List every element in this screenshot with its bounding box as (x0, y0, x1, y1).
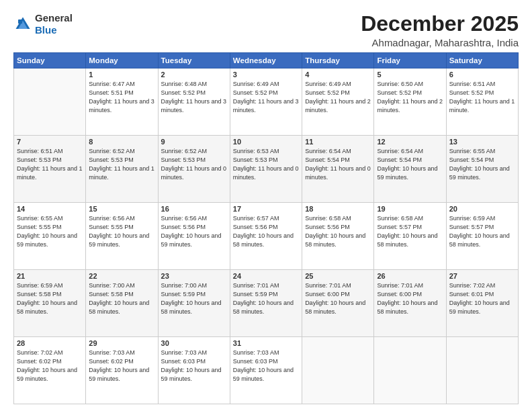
day-detail: Sunrise: 7:03 AM Sunset: 6:03 PM Dayligh… (233, 349, 299, 383)
day-detail: Sunrise: 7:01 AM Sunset: 6:00 PM Dayligh… (305, 281, 371, 316)
table-row: 14Sunrise: 6:55 AM Sunset: 5:55 PM Dayli… (14, 203, 86, 270)
day-detail: Sunrise: 6:55 AM Sunset: 5:54 PM Dayligh… (449, 147, 515, 182)
day-number: 6 (449, 71, 515, 79)
calendar-week-row: 28Sunrise: 7:02 AM Sunset: 6:02 PM Dayli… (14, 337, 519, 404)
day-detail: Sunrise: 6:51 AM Sunset: 5:53 PM Dayligh… (17, 147, 83, 182)
day-detail: Sunrise: 6:50 AM Sunset: 5:52 PM Dayligh… (377, 80, 443, 115)
table-row: 22Sunrise: 7:00 AM Sunset: 5:58 PM Dayli… (86, 270, 158, 337)
day-number: 9 (161, 138, 227, 146)
calendar-table: Sunday Monday Tuesday Wednesday Thursday… (13, 52, 519, 404)
logo-icon (13, 15, 32, 34)
day-detail: Sunrise: 6:59 AM Sunset: 5:57 PM Dayligh… (449, 214, 515, 249)
day-detail: Sunrise: 6:58 AM Sunset: 5:57 PM Dayligh… (377, 214, 443, 249)
table-row: 7Sunrise: 6:51 AM Sunset: 5:53 PM Daylig… (14, 136, 86, 203)
day-detail: Sunrise: 7:02 AM Sunset: 6:01 PM Dayligh… (449, 281, 515, 316)
day-detail: Sunrise: 7:03 AM Sunset: 6:03 PM Dayligh… (161, 349, 227, 383)
table-row (302, 337, 374, 404)
day-detail: Sunrise: 6:54 AM Sunset: 5:54 PM Dayligh… (377, 147, 443, 182)
table-row: 9Sunrise: 6:52 AM Sunset: 5:53 PM Daylig… (158, 136, 230, 203)
table-row: 23Sunrise: 7:00 AM Sunset: 5:59 PM Dayli… (158, 270, 230, 337)
col-wednesday: Wednesday (230, 53, 302, 68)
table-row: 10Sunrise: 6:53 AM Sunset: 5:53 PM Dayli… (230, 136, 302, 203)
day-detail: Sunrise: 6:56 AM Sunset: 5:55 PM Dayligh… (89, 214, 154, 249)
day-number: 10 (233, 138, 299, 146)
calendar-week-row: 1Sunrise: 6:47 AM Sunset: 5:51 PM Daylig… (14, 68, 519, 136)
table-row: 4Sunrise: 6:49 AM Sunset: 5:52 PM Daylig… (302, 68, 374, 136)
day-number: 4 (305, 71, 371, 79)
table-row: 6Sunrise: 6:51 AM Sunset: 5:52 PM Daylig… (446, 68, 518, 136)
table-row: 30Sunrise: 7:03 AM Sunset: 6:03 PM Dayli… (158, 337, 230, 404)
table-row: 13Sunrise: 6:55 AM Sunset: 5:54 PM Dayli… (446, 136, 518, 203)
table-row: 21Sunrise: 6:59 AM Sunset: 5:58 PM Dayli… (14, 270, 86, 337)
table-row (14, 68, 86, 136)
day-detail: Sunrise: 6:53 AM Sunset: 5:53 PM Dayligh… (233, 147, 299, 182)
day-number: 31 (233, 339, 299, 347)
day-detail: Sunrise: 6:57 AM Sunset: 5:56 PM Dayligh… (233, 214, 299, 249)
day-number: 13 (449, 138, 515, 146)
logo-blue: Blue (35, 24, 57, 36)
table-row: 31Sunrise: 7:03 AM Sunset: 6:03 PM Dayli… (230, 337, 302, 404)
day-number: 25 (305, 272, 371, 280)
table-row: 8Sunrise: 6:52 AM Sunset: 5:53 PM Daylig… (86, 136, 158, 203)
day-detail: Sunrise: 6:55 AM Sunset: 5:55 PM Dayligh… (17, 214, 83, 249)
table-row: 17Sunrise: 6:57 AM Sunset: 5:56 PM Dayli… (230, 203, 302, 270)
table-row: 27Sunrise: 7:02 AM Sunset: 6:01 PM Dayli… (446, 270, 518, 337)
day-detail: Sunrise: 7:02 AM Sunset: 6:02 PM Dayligh… (17, 349, 83, 383)
day-detail: Sunrise: 6:51 AM Sunset: 5:52 PM Dayligh… (449, 80, 515, 115)
day-number: 14 (17, 205, 83, 213)
table-row: 29Sunrise: 7:03 AM Sunset: 6:02 PM Dayli… (86, 337, 158, 404)
day-number: 16 (161, 205, 227, 213)
day-number: 15 (89, 205, 154, 213)
table-row: 12Sunrise: 6:54 AM Sunset: 5:54 PM Dayli… (374, 136, 446, 203)
table-row: 25Sunrise: 7:01 AM Sunset: 6:00 PM Dayli… (302, 270, 374, 337)
day-number: 21 (17, 272, 83, 280)
day-detail: Sunrise: 7:01 AM Sunset: 5:59 PM Dayligh… (233, 281, 299, 316)
day-number: 24 (233, 272, 299, 280)
day-detail: Sunrise: 7:00 AM Sunset: 5:58 PM Dayligh… (89, 281, 154, 316)
day-number: 20 (449, 205, 515, 213)
table-row: 19Sunrise: 6:58 AM Sunset: 5:57 PM Dayli… (374, 203, 446, 270)
col-saturday: Saturday (446, 53, 518, 68)
day-number: 8 (89, 138, 154, 146)
location-title: Ahmadnagar, Maharashtra, India (361, 37, 519, 48)
day-number: 12 (377, 138, 443, 146)
table-row (374, 337, 446, 404)
day-detail: Sunrise: 6:59 AM Sunset: 5:58 PM Dayligh… (17, 281, 83, 316)
table-row: 18Sunrise: 6:58 AM Sunset: 5:56 PM Dayli… (302, 203, 374, 270)
svg-rect-2 (18, 19, 22, 24)
table-row: 15Sunrise: 6:56 AM Sunset: 5:55 PM Dayli… (86, 203, 158, 270)
day-detail: Sunrise: 7:03 AM Sunset: 6:02 PM Dayligh… (89, 349, 154, 383)
calendar-week-row: 21Sunrise: 6:59 AM Sunset: 5:58 PM Dayli… (14, 270, 519, 337)
title-block: December 2025 Ahmadnagar, Maharashtra, I… (361, 12, 519, 48)
logo: General Blue (13, 12, 73, 36)
table-row: 2Sunrise: 6:48 AM Sunset: 5:52 PM Daylig… (158, 68, 230, 136)
day-number: 2 (161, 71, 227, 79)
header: General Blue December 2025 Ahmadnagar, M… (13, 12, 519, 48)
day-detail: Sunrise: 6:56 AM Sunset: 5:56 PM Dayligh… (161, 214, 227, 249)
day-number: 19 (377, 205, 443, 213)
calendar-header-row: Sunday Monday Tuesday Wednesday Thursday… (14, 53, 519, 68)
table-row: 3Sunrise: 6:49 AM Sunset: 5:52 PM Daylig… (230, 68, 302, 136)
day-number: 28 (17, 339, 83, 347)
day-number: 5 (377, 71, 443, 79)
day-detail: Sunrise: 6:58 AM Sunset: 5:56 PM Dayligh… (305, 214, 371, 249)
day-number: 23 (161, 272, 227, 280)
logo-text: General Blue (35, 12, 73, 36)
day-number: 3 (233, 71, 299, 79)
day-number: 22 (89, 272, 154, 280)
col-tuesday: Tuesday (158, 53, 230, 68)
calendar-week-row: 7Sunrise: 6:51 AM Sunset: 5:53 PM Daylig… (14, 136, 519, 203)
day-detail: Sunrise: 6:49 AM Sunset: 5:52 PM Dayligh… (305, 80, 371, 115)
day-detail: Sunrise: 7:01 AM Sunset: 6:00 PM Dayligh… (377, 281, 443, 316)
page: General Blue December 2025 Ahmadnagar, M… (0, 0, 532, 411)
table-row: 24Sunrise: 7:01 AM Sunset: 5:59 PM Dayli… (230, 270, 302, 337)
day-number: 18 (305, 205, 371, 213)
col-friday: Friday (374, 53, 446, 68)
day-detail: Sunrise: 6:47 AM Sunset: 5:51 PM Dayligh… (89, 80, 154, 115)
day-number: 26 (377, 272, 443, 280)
day-detail: Sunrise: 6:52 AM Sunset: 5:53 PM Dayligh… (89, 147, 154, 182)
table-row: 28Sunrise: 7:02 AM Sunset: 6:02 PM Dayli… (14, 337, 86, 404)
day-detail: Sunrise: 7:00 AM Sunset: 5:59 PM Dayligh… (161, 281, 227, 316)
table-row: 11Sunrise: 6:54 AM Sunset: 5:54 PM Dayli… (302, 136, 374, 203)
col-monday: Monday (86, 53, 158, 68)
